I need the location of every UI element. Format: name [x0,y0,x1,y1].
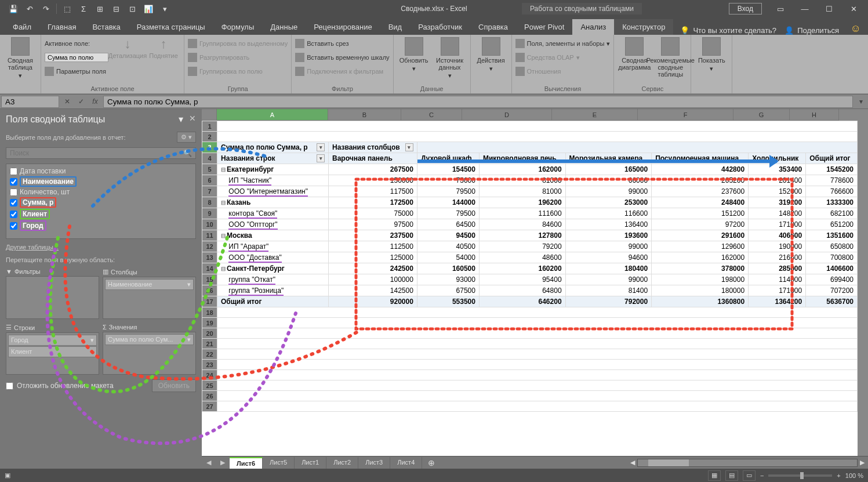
search-input[interactable] [10,149,183,157]
redo-icon[interactable]: ↷ [38,1,53,16]
field-checkbox[interactable]: Город [9,220,193,231]
actions-button[interactable]: Действия▾ [474,37,508,72]
area-columns[interactable]: ▥Столбцы Наименование▾ [103,267,196,319]
add-sheet-icon[interactable]: ⊕ [422,458,441,467]
row-header[interactable]: 19 [202,318,217,328]
row-header[interactable]: 14 [202,263,217,274]
row-header[interactable]: 1 [202,121,217,132]
zoom-out-icon[interactable]: − [760,472,764,479]
sheet-tab[interactable]: Лист5 [263,457,295,469]
row-header[interactable]: 5 [202,164,217,175]
zoom-in-icon[interactable]: + [837,472,840,479]
feedback-icon[interactable]: ☺ [851,23,861,35]
scroll-left-icon[interactable]: ◀ [630,459,635,466]
close-icon[interactable]: ✕ [842,1,865,17]
cancel-icon[interactable]: ✕ [60,97,74,106]
zoom-slider[interactable] [768,474,832,477]
column-header[interactable]: F [638,109,733,121]
area-item[interactable]: Город▾ [8,335,97,346]
ribbon-tab[interactable]: Разработчик [410,19,470,35]
login-button[interactable]: Вход [729,3,762,15]
fx-icon[interactable]: fx [88,97,102,106]
ribbon-tab[interactable]: Рецензирование [306,19,380,35]
row-header[interactable]: 16 [202,285,217,296]
other-tables-link[interactable]: Другие таблицы... [0,241,202,253]
row-header[interactable]: 7 [202,186,217,197]
row-header[interactable]: 3 [202,142,217,153]
row-header[interactable]: 8 [202,197,217,208]
area-rows[interactable]: ☰Строки Город▾Клиент▾ [6,322,99,375]
ribbon-display-icon[interactable]: ▭ [769,1,792,17]
sheet-tab[interactable]: Лист1 [295,457,326,469]
ribbon-tab[interactable]: Формулы [213,19,263,35]
show-button[interactable]: Показать▾ [695,37,728,72]
field-search[interactable]: 🔍 [6,147,196,159]
scroll-right-icon[interactable]: ▶ [860,459,865,466]
insert-slicer-button[interactable]: Вставить срез [295,37,389,50]
sheet-tab[interactable]: Лист4 [390,457,422,469]
refresh-button[interactable]: Обновить▾ [397,37,431,72]
undo-icon[interactable]: ↶ [22,1,37,16]
area-item[interactable]: Клиент▾ [8,346,97,357]
field-checkbox[interactable]: Количество, шт [9,187,193,197]
page-layout-icon[interactable]: ▤ [725,470,738,481]
maximize-icon[interactable]: ☐ [818,1,841,17]
qat-icon[interactable]: ⊡ [125,1,140,16]
qat-icon[interactable]: ⬚ [60,1,75,16]
minimize-icon[interactable]: — [793,1,816,17]
row-header[interactable]: 11 [202,230,217,241]
qat-icon[interactable]: Σ [76,1,91,16]
row-header[interactable]: 25 [202,380,217,391]
field-checkbox[interactable]: Клиент [9,208,193,220]
ribbon-tab[interactable]: Разметка страницы [129,19,213,35]
area-item[interactable]: Сумма по полю Сум...▾ [105,334,194,345]
insert-timeline-button[interactable]: Вставить временную шкалу [295,51,389,64]
ribbon-tab[interactable]: Файл [5,19,39,35]
recommended-button[interactable]: Рекомендуемые сводные таблицы [653,37,687,78]
row-header[interactable]: 20 [202,328,217,339]
spreadsheet-grid[interactable]: ABCDEFGH 123Сумма по полю Сумма, р▾Назва… [202,109,868,469]
row-header[interactable]: 21 [202,339,217,349]
row-header[interactable]: 15 [202,274,217,285]
area-values[interactable]: ΣЗначения Сумма по полю Сум...▾ [103,322,196,375]
pane-menu-icon[interactable]: ▾ [179,114,183,125]
area-filters[interactable]: ▼Фильтры [6,267,99,319]
row-header[interactable]: 6 [202,175,217,186]
expand-formula-icon[interactable]: ▾ [854,97,868,106]
active-field-input[interactable] [45,53,108,62]
qat-icon[interactable]: ⊞ [92,1,107,16]
ribbon-tab[interactable]: Вставка [84,19,128,35]
ribbon-tab[interactable]: Главная [39,19,84,35]
row-header[interactable]: 17 [202,296,217,307]
field-checkbox[interactable]: Наименование [9,176,193,187]
qat-icon[interactable]: ▾ [157,1,172,16]
row-header[interactable]: 10 [202,219,217,230]
vertical-scrollbar[interactable] [858,109,868,456]
row-header[interactable]: 9 [202,208,217,219]
ribbon-tab[interactable]: Справка [470,19,516,35]
normal-view-icon[interactable]: ▦ [708,470,721,481]
column-header[interactable]: G [733,109,790,121]
ribbon-tab[interactable]: Анализ [572,19,614,35]
sheet-tab[interactable]: Лист3 [358,457,390,469]
horizontal-scrollbar[interactable] [637,459,858,467]
row-header[interactable]: 18 [202,307,217,318]
qat-icon[interactable]: ⊟ [108,1,124,16]
ribbon-tab[interactable]: Конструктор [614,19,673,35]
qat-icon[interactable]: 📊 [141,1,156,16]
row-header[interactable]: 24 [202,370,217,380]
column-header[interactable]: E [552,109,638,121]
area-item[interactable]: Наименование▾ [105,279,194,290]
defer-layout-checkbox[interactable]: Отложить обновление макета [6,382,114,390]
sheet-tab[interactable]: Лист2 [326,457,358,469]
save-icon[interactable]: 💾 [6,1,21,16]
field-checkbox[interactable]: Дата поставки [9,166,193,176]
row-header[interactable]: 2 [202,132,217,142]
column-header[interactable]: H [790,109,839,121]
sheet-nav-prev-icon[interactable]: ◀ [202,459,216,466]
row-header[interactable]: 23 [202,360,217,370]
close-pane-icon[interactable]: ✕ [189,114,196,125]
sheet-tab[interactable]: Лист6 [230,457,263,469]
column-header[interactable]: A [217,109,328,121]
ribbon-tab[interactable]: Power Pivot [516,19,572,35]
